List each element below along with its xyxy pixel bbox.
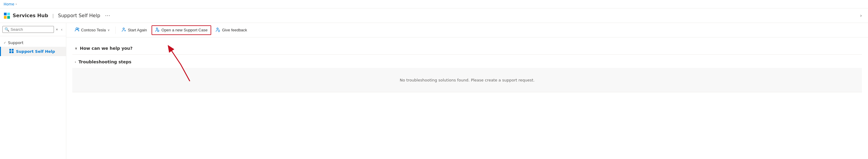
sidebar-item-support-self-help[interactable]: Support Self Help	[0, 47, 66, 56]
title-bar: Services Hub | Support Self Help ··· ›	[0, 8, 868, 23]
breadcrumb: Home ›	[0, 0, 868, 8]
svg-rect-5	[12, 49, 13, 51]
breadcrumb-home-link[interactable]: Home	[4, 2, 14, 6]
nav-group-support[interactable]: ✓ Support	[0, 38, 66, 47]
accordion-troubleshooting-header[interactable]: › Troubleshooting steps	[72, 56, 862, 68]
nav-group-support-chevron: ✓	[4, 41, 6, 44]
start-again-icon	[121, 27, 126, 33]
search-icon: 🔍	[4, 27, 9, 32]
accordion-how-can-we-help-header[interactable]: ∨ How can we help you?	[72, 42, 862, 54]
toolbar: Contoso Tesla ∨ Start Again	[66, 23, 868, 37]
sidebar-search-area: 🔍 × ‹	[0, 23, 66, 36]
search-input-wrapper: 🔍	[2, 26, 54, 33]
app-subtitle: Support Self Help	[58, 13, 100, 19]
tenant-icon	[74, 27, 79, 33]
breadcrumb-chevron: ›	[16, 2, 17, 6]
sidebar-item-support-self-help-label: Support Self Help	[16, 49, 55, 54]
svg-rect-4	[9, 49, 11, 51]
start-again-label: Start Again	[128, 28, 147, 32]
accordion-troubleshooting: › Troubleshooting steps No troubleshooti…	[72, 56, 862, 92]
accordion-how-can-we-help: ∨ How can we help you?	[72, 42, 862, 55]
open-support-case-label: Open a new Support Case	[161, 28, 208, 32]
content-body: ∨ How can we help you? › Troubleshooting…	[66, 37, 868, 159]
content-area: Contoso Tesla ∨ Start Again	[66, 23, 868, 159]
toolbar-divider-1	[115, 27, 116, 34]
svg-rect-1	[7, 13, 10, 16]
tenant-chevron-icon: ∨	[107, 28, 110, 32]
accordion-troubleshooting-chevron: ›	[75, 60, 76, 64]
sidebar-expand-button[interactable]: ›	[858, 11, 864, 20]
search-clear-button[interactable]: ×	[55, 27, 59, 32]
give-feedback-button[interactable]: Give feedback	[212, 26, 250, 35]
svg-rect-3	[7, 16, 10, 19]
sidebar: 🔍 × ‹ ✓ Support	[0, 23, 66, 159]
empty-state-message: No troubleshooting solutions found. Plea…	[400, 78, 535, 82]
app-name: Services Hub	[13, 13, 48, 19]
nav-group-support-label: Support	[8, 41, 23, 45]
services-hub-logo-icon	[4, 12, 10, 19]
search-input[interactable]	[10, 27, 52, 32]
main-layout: 🔍 × ‹ ✓ Support	[0, 23, 868, 159]
open-support-case-icon	[155, 27, 160, 33]
accordion-how-can-we-help-title: How can we help you?	[80, 46, 132, 51]
svg-rect-0	[4, 13, 7, 16]
svg-point-10	[123, 28, 124, 29]
tenant-name: Contoso Tesla	[81, 28, 106, 32]
start-again-button[interactable]: Start Again	[118, 26, 150, 35]
nav-section: ✓ Support Support Self Help	[0, 36, 66, 58]
give-feedback-icon	[216, 27, 220, 33]
app-logo: Services Hub | Support Self Help ···	[4, 12, 110, 19]
give-feedback-label: Give feedback	[222, 28, 247, 32]
title-separator: |	[53, 13, 54, 18]
search-collapse-button[interactable]: ‹	[60, 27, 64, 32]
accordion-troubleshooting-title: Troubleshooting steps	[79, 59, 132, 64]
tenant-selector-button[interactable]: Contoso Tesla ∨	[71, 25, 113, 35]
svg-point-8	[76, 28, 78, 30]
svg-rect-2	[4, 16, 7, 19]
svg-rect-7	[12, 51, 13, 53]
svg-point-12	[217, 28, 218, 29]
svg-point-11	[156, 28, 158, 29]
accordion-troubleshooting-content: No troubleshooting solutions found. Plea…	[72, 68, 862, 92]
open-support-case-button[interactable]: Open a new Support Case	[152, 25, 211, 35]
support-self-help-icon	[9, 49, 13, 54]
svg-rect-6	[9, 51, 11, 53]
more-options-button[interactable]: ···	[105, 12, 110, 19]
accordion-how-can-we-help-chevron: ∨	[75, 47, 78, 50]
